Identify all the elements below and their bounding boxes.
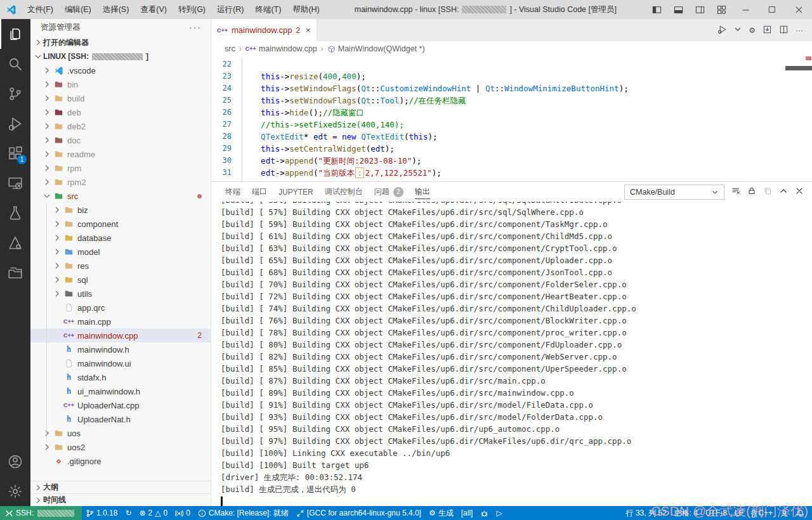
tab-mainwindow-cpp[interactable]: C++ mainwindow.cpp 2 × [211,19,317,41]
activity-extensions[interactable]: 1 [0,138,30,168]
status-launch-target[interactable]: ▷ [492,506,506,520]
tree-item-src[interactable]: src [30,189,211,203]
tree-item-component[interactable]: component [30,217,211,231]
close-win-button[interactable] [785,0,812,19]
status-cmake-target[interactable]: [all] [457,506,477,520]
close-button[interactable] [795,186,804,197]
status-sync[interactable]: ↻ [121,506,135,520]
menu-r[interactable]: 运行(R) [211,2,249,18]
chevron-up-button[interactable] [779,186,788,197]
activity-source-control[interactable] [0,79,30,108]
tree-item-model[interactable]: model [30,245,211,259]
more-actions-icon[interactable]: ··· [189,22,202,32]
copy-button[interactable] [763,186,772,197]
menu-f[interactable]: 文件(F) [22,2,59,18]
panel-tab-调试控制台[interactable]: 调试控制台 [319,182,369,202]
output-console[interactable]: [build] [ 55%] Building CXX object CMake… [211,202,812,506]
activity-project-manager[interactable] [0,257,30,287]
tree-item-bin[interactable]: bin [30,77,211,91]
status-problems[interactable]: ⊗2△0 [135,506,171,520]
outline-section[interactable]: 大纲 [30,481,211,493]
panel-tab-JUPYTER[interactable]: JUPYTER [273,182,319,202]
tree-item-build[interactable]: build [30,91,211,105]
status-indentation[interactable]: 空格: 4 [671,506,702,520]
tree-item-sql[interactable]: sql [30,273,211,287]
status-cmake-build[interactable]: ⚙生成 [425,506,457,520]
breadcrumb-file[interactable]: C++ mainwindow.cpp [246,44,317,53]
more-button[interactable]: ··· [796,25,803,35]
tree-item--gitignore[interactable]: .gitignore [30,454,211,468]
status-ports[interactable]: 0 [171,506,194,520]
panel-tab-输出[interactable]: 输出 [409,182,436,202]
layout-secondary-button[interactable] [689,0,710,19]
tree-item-main-cpp[interactable]: C++main.cpp [30,315,211,328]
tree-item-deb[interactable]: deb [30,105,211,119]
gear-button[interactable]: ⚙ [749,25,756,35]
chevron-down-button[interactable] [734,25,742,35]
tree-item-biz[interactable]: biz [30,203,211,217]
panel-tab-问题[interactable]: 问题2 [369,182,409,202]
breadcrumb-symbol[interactable]: MainWindow(QWidget *) [327,44,425,53]
tree-item-uos2[interactable]: uos2 [30,440,211,454]
status-language-mode[interactable]: {} C++ [747,506,776,520]
tree-item-res[interactable]: res [30,259,211,273]
status-debug-target[interactable] [476,506,492,520]
menu-v[interactable]: 查看(V) [134,2,173,18]
activity-search[interactable] [0,49,30,79]
tree-item-doc[interactable]: doc [30,133,211,147]
activity-explorer[interactable] [0,19,30,49]
minimize-button[interactable] [732,0,759,19]
menu-g[interactable]: 转到(G) [173,2,211,18]
status-feedback[interactable] [776,506,792,520]
open-editors-section[interactable]: 打开的编辑器 [30,36,211,49]
tree-item-mainwindow-ui[interactable]: mainwindow.ui [30,356,211,370]
tree-item-ui-mainwindow-h[interactable]: hui_mainwindow.h [30,384,211,398]
tree-item-deb2[interactable]: deb2 [30,119,211,133]
tree-root[interactable]: LINUX [SSH:] [30,49,211,63]
panel-tab-终端[interactable]: 终端 [219,182,246,202]
status-cursor-position[interactable]: 行 33, 列 52 [622,506,671,520]
status-encoding[interactable]: UTF-8 [702,506,731,520]
tree-item-mainwindow-h[interactable]: hmainwindow.h [30,342,211,356]
status-notifications[interactable] [792,506,808,520]
status-eol[interactable]: LF [731,506,747,520]
activity-accounts[interactable] [0,446,30,476]
output-channel-select[interactable]: CMake/Build [624,185,724,200]
activity-run-and-debug[interactable] [0,108,30,138]
deploy-button[interactable] [763,25,772,36]
split-editor-button[interactable] [779,25,789,36]
code-editor[interactable]: 2223 this->resize(400,400);24 this->setW… [211,56,812,181]
menu-t[interactable]: 终端(T) [249,2,287,18]
tree-item-uos[interactable]: uos [30,426,211,440]
tree-item-rpm2[interactable]: rpm2 [30,175,211,189]
menu-e[interactable]: 编辑(E) [59,2,97,18]
activity-manage[interactable] [0,476,30,506]
breadcrumb-src[interactable]: src [225,44,235,53]
tree-item-database[interactable]: database [30,231,211,245]
tree-item-mainwindow-cpp[interactable]: C++mainwindow.cpp2 [30,328,211,342]
activity-cmake[interactable] [0,228,30,257]
tree-item-readme[interactable]: readme [30,147,211,161]
layout-customize-button[interactable] [710,0,732,19]
status-git-branch[interactable]: 1.0.18 [82,506,121,520]
tree-item-UploaderNat-cpp[interactable]: C++UploaderNat.cpp [30,398,211,412]
run-debug-button[interactable] [717,25,727,36]
maximize-button[interactable] [759,0,785,19]
activity-testing[interactable] [0,198,30,228]
tree-item-utils[interactable]: utils [30,287,211,301]
lock-button[interactable] [747,186,756,197]
tree-item-stdafx-h[interactable]: hstdafx.h [30,370,211,384]
panel-tab-端口[interactable]: 端口 [246,182,273,202]
editor-scrollbar[interactable] [785,66,812,70]
status-remote-host[interactable]: SSH: [0,506,82,520]
status-cmake-status[interactable]: CMake: [Release]: 就绪 [194,506,292,520]
tree-item--vscode[interactable]: .vscode [30,63,211,77]
clear-output-button[interactable] [731,186,740,197]
timeline-section[interactable]: 时间线 [30,493,211,506]
tree-item-rpm[interactable]: rpm [30,161,211,175]
menu-s[interactable]: 选择(S) [97,2,135,18]
tree-item-UploaderNat-h[interactable]: hUploaderNat.h [30,412,211,426]
status-cmake-kit[interactable]: [GCC for aarch64-linux-gnu 5.4.0] [292,506,425,520]
layout-panel-button[interactable] [667,0,689,19]
tree-item-app-qrc[interactable]: app.qrc [30,301,211,315]
